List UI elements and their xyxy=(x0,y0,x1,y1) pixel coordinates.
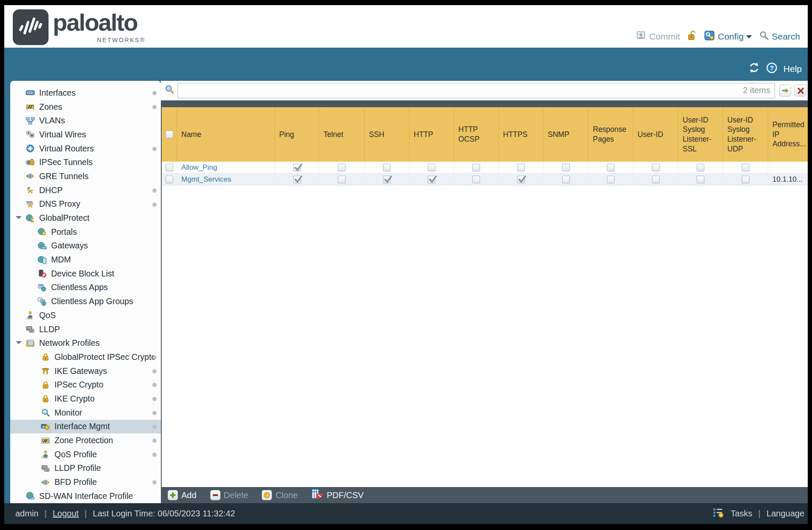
checkbox-checked[interactable] xyxy=(293,176,301,183)
sidebar-item-bfd-profile[interactable]: BFD Profile xyxy=(10,475,161,489)
column-header-http[interactable]: HTTP xyxy=(409,107,454,162)
service-cell-http xyxy=(409,162,454,173)
delete-button[interactable]: Delete xyxy=(210,490,249,500)
table-row[interactable]: Mgmt_Services10.1.10... xyxy=(162,174,808,185)
checkbox[interactable] xyxy=(166,176,173,183)
checkbox[interactable] xyxy=(472,176,480,183)
help-icon[interactable]: ? xyxy=(766,62,778,76)
checkbox[interactable] xyxy=(697,176,704,183)
column-header-user-id[interactable]: User-ID xyxy=(633,107,678,162)
column-header-permitted-ip-address[interactable]: Permitted IP Address... xyxy=(768,107,808,162)
profile-name-link[interactable]: Allow_Ping xyxy=(181,163,217,172)
sidebar-item-zone-protection[interactable]: Zone Protection xyxy=(10,433,161,447)
sidebar-item-zones[interactable]: Zones xyxy=(10,100,161,114)
sidebar-item-virtual-wires[interactable]: Virtual Wires xyxy=(10,128,161,142)
profile-name-cell: Allow_Ping xyxy=(177,162,275,173)
checkbox[interactable] xyxy=(652,164,660,171)
sidebar-item-monitor[interactable]: Monitor xyxy=(10,406,161,420)
sidebar-item-interface-mgmt[interactable]: Interface Mgmt xyxy=(10,420,161,434)
sidebar-item-interfaces[interactable]: Interfaces xyxy=(10,86,161,100)
sidebar-item-label: LLDP xyxy=(39,325,71,334)
checkbox-checked[interactable] xyxy=(428,176,435,183)
sidebar-item-mdm[interactable]: MDM xyxy=(10,253,161,267)
search-button[interactable]: Search xyxy=(759,31,800,43)
checkbox[interactable] xyxy=(338,176,346,183)
commit-button[interactable]: Commit xyxy=(635,30,680,43)
sidebar-item-ike-crypto[interactable]: IKE Crypto xyxy=(10,392,161,406)
sidebar-item-ipsec-tunnels[interactable]: IPSec Tunnels xyxy=(10,155,161,169)
clear-filter-button[interactable] xyxy=(795,85,806,97)
checkbox[interactable] xyxy=(562,176,570,183)
expand-caret-icon[interactable] xyxy=(16,216,22,222)
checkbox[interactable] xyxy=(472,164,480,171)
pdf-csv-button[interactable]: PDF/CSV xyxy=(312,489,364,502)
config-menu-button[interactable]: Config xyxy=(704,30,752,43)
checkbox[interactable] xyxy=(607,176,615,183)
sidebar-item-virtual-routers[interactable]: Virtual Routers xyxy=(10,142,161,156)
sidebar-item-qos[interactable]: QoSQoS xyxy=(10,308,161,322)
sidebar-item-gateways[interactable]: Gateways xyxy=(10,239,161,253)
column-header-name[interactable]: Name xyxy=(177,107,275,162)
checkbox[interactable] xyxy=(428,164,435,171)
column-header-ssh[interactable]: SSH xyxy=(365,107,409,162)
sidebar-item-qos-profile[interactable]: QoSQoS Profile xyxy=(10,447,161,462)
column-header-http-ocsp[interactable]: HTTP OCSP xyxy=(454,107,499,162)
header-actions: Commit Config Search xyxy=(635,30,800,43)
column-header-snmp[interactable]: SNMP xyxy=(543,107,589,162)
checkbox[interactable] xyxy=(697,164,704,171)
logout-link[interactable]: Logout xyxy=(53,509,79,519)
checkbox[interactable] xyxy=(652,176,660,183)
checkbox[interactable] xyxy=(607,164,615,171)
checkbox-checked[interactable] xyxy=(383,176,391,183)
profile-name-link[interactable]: Mgmt_Services xyxy=(181,175,231,184)
sidebar-item-ipsec-crypto[interactable]: IPSec Crypto xyxy=(10,378,161,392)
expand-caret-icon[interactable] xyxy=(16,341,22,347)
sidebar-item-dhcp[interactable]: IPDHCP xyxy=(10,183,161,197)
checkbox[interactable] xyxy=(383,164,391,171)
sidebar-item-ike-gateways[interactable]: IKE Gateways xyxy=(10,364,161,378)
footer-bar: admin | Logout | Last Login Time: 06/05/… xyxy=(4,503,808,524)
checkbox[interactable] xyxy=(166,164,173,171)
sidebar-item-gre-tunnels[interactable]: GRE Tunnels xyxy=(10,169,161,183)
lock-button[interactable] xyxy=(687,30,697,43)
checkbox[interactable] xyxy=(742,176,749,183)
checkbox[interactable] xyxy=(166,131,173,138)
sidebar-item-vlans[interactable]: VLANs xyxy=(10,114,161,128)
apply-filter-button[interactable] xyxy=(779,85,791,97)
top-header: paloalto NETWORKS® Commit Config xyxy=(4,5,808,48)
sidebar-item-lldp[interactable]: LLDP xyxy=(10,322,161,336)
checkbox[interactable] xyxy=(742,164,749,171)
checkbox-checked[interactable] xyxy=(293,164,301,171)
column-header-ping[interactable]: Ping xyxy=(275,107,319,162)
sidebar-item-dns-proxy[interactable]: DNSDNS Proxy xyxy=(10,197,161,211)
column-header-https[interactable]: HTTPS xyxy=(499,107,543,162)
sidebar-item-clientless-apps[interactable]: Clientless Apps xyxy=(10,281,161,295)
sidebar-item-label: SD-WAN Interface Profile xyxy=(39,491,144,501)
sidebar-item-device-block-list[interactable]: Device Block List xyxy=(10,267,161,281)
help-label[interactable]: Help xyxy=(783,64,802,74)
checkbox[interactable] xyxy=(517,164,525,171)
column-header-user-id-syslog-listener-ssl[interactable]: User-ID Syslog Listener-SSL xyxy=(678,107,723,162)
sidebar-item-globalprotect-ipsec-crypto[interactable]: GlobalProtect IPSec Crypto xyxy=(10,350,161,364)
add-button[interactable]: Add xyxy=(168,490,197,500)
tasks-link[interactable]: Tasks xyxy=(731,509,752,519)
sidebar-item-network-profiles[interactable]: Network Profiles xyxy=(10,336,161,350)
filter-input[interactable]: 2 items xyxy=(177,83,775,98)
column-header-telnet[interactable]: Telnet xyxy=(319,107,365,162)
sidebar-item-globalprotect[interactable]: GlobalProtect xyxy=(10,211,161,225)
sidebar-item-clientless-app-groups[interactable]: Clientless App Groups xyxy=(10,294,161,308)
checkbox-checked[interactable] xyxy=(517,176,525,183)
language-link[interactable]: Language xyxy=(766,509,804,519)
column-header-response-pages[interactable]: Response Pages xyxy=(589,107,633,162)
table-row[interactable]: Allow_Ping xyxy=(162,162,808,174)
column-header-user-id-syslog-listener-udp[interactable]: User-ID Syslog Listener-UDP xyxy=(723,107,768,162)
checkbox[interactable] xyxy=(338,164,346,171)
checkbox[interactable] xyxy=(562,164,570,171)
sidebar-item-lldp-profile[interactable]: LLDP Profile xyxy=(10,462,161,476)
sidebar-item-sd-wan-interface-profile[interactable]: SD-WAN Interface Profile xyxy=(10,489,161,503)
clone-button[interactable]: Clone xyxy=(262,490,297,500)
ipsec-tunnels-icon xyxy=(26,158,36,167)
sidebar-item-portals[interactable]: Portals xyxy=(10,225,161,239)
item-dot xyxy=(152,188,157,193)
refresh-icon[interactable] xyxy=(748,62,760,76)
